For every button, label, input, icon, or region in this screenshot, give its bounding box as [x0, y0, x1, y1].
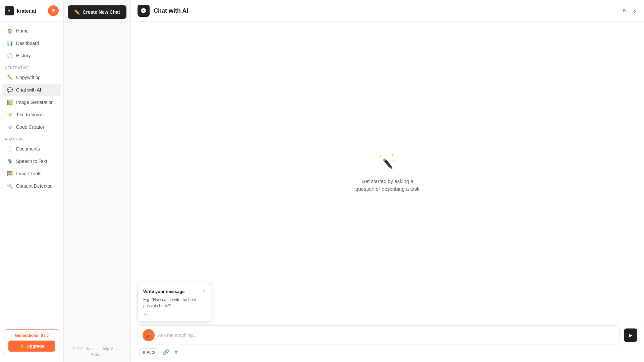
sidebar-item-label: Home: [16, 28, 29, 34]
sidebar-item-label: Image Generation: [16, 100, 54, 105]
sidebar-item-chat-with-ai[interactable]: 💬 Chat with AI: [2, 84, 61, 96]
generative-section-label: GENERATIVE: [0, 62, 63, 71]
documents-icon: 📄: [7, 146, 13, 152]
lock-icon: 🔒: [19, 344, 24, 349]
refresh-icon: ↻: [623, 8, 627, 14]
sidebar-item-label: History: [16, 53, 31, 58]
footer-copyright: © 2024 Krater.ai: [73, 347, 100, 351]
mic-button[interactable]: 🎤: [143, 329, 155, 341]
auto-mode-button[interactable]: Auto: [139, 348, 159, 356]
link-button[interactable]: 🔗: [161, 348, 171, 357]
empty-state-text: Get started by asking a question or desc…: [356, 178, 420, 193]
footer-links: © 2024 Krater.ai Help Status Policies: [68, 347, 126, 357]
create-chat-label: Create New Chat: [83, 9, 120, 15]
tooltip-popup: Write your message × E.g. "How can I wri…: [138, 283, 211, 322]
upgrade-button[interactable]: 🔒 Upgrade: [8, 341, 55, 352]
expand-icon: ›: [634, 7, 636, 15]
text-to-voice-icon: ⚡: [7, 112, 13, 118]
sidebar-item-label: Chat with AI: [16, 87, 41, 93]
tooltip-progress: 1/2: [143, 312, 206, 316]
history-icon: 🕐: [7, 53, 13, 59]
sidebar-item-speech-to-text[interactable]: 🎙️ Speech to Text: [2, 155, 61, 167]
sidebar-item-label: Text to Voice: [16, 112, 43, 117]
input-toolbar: Auto 🔗 #: [138, 348, 637, 357]
sidebar-item-label: Content Detector: [16, 183, 52, 189]
footer-help[interactable]: Help: [101, 347, 109, 351]
home-icon: 🏠: [7, 28, 13, 34]
hash-button[interactable]: #: [173, 348, 179, 357]
sidebar-item-label: Speech to Text: [16, 159, 47, 164]
generations-label: Generations: 0 / 5: [8, 333, 55, 338]
expand-button[interactable]: ›: [632, 6, 637, 16]
input-row: 🎤 ▶: [138, 325, 637, 345]
auto-label: Auto: [147, 350, 155, 355]
sidebar-item-dashboard[interactable]: 📊 Dashboard: [2, 37, 61, 49]
logo-text: krater.ai: [17, 8, 36, 14]
sidebar-item-label: Copywriting: [16, 75, 41, 80]
empty-text-line1: Get started by asking a: [362, 178, 413, 184]
sidebar-item-label: Dashboard: [16, 41, 39, 46]
chat-header-icon: 💬: [138, 5, 150, 17]
chat-input-wrapper: 🎤: [138, 325, 620, 345]
send-icon: ▶: [629, 333, 633, 338]
sidebar-item-home[interactable]: 🏠 Home: [2, 25, 61, 37]
link-icon: 🔗: [163, 349, 169, 355]
create-chat-button[interactable]: ✏️ Create New Chat: [68, 5, 126, 19]
chat-input[interactable]: [158, 333, 615, 338]
chat-title: Chat with AI: [154, 7, 188, 14]
sidebar-item-label: Code Creator: [16, 124, 44, 130]
content-detector-icon: 🔍: [7, 183, 13, 189]
empty-state: ✦ ✦ ✦ Get started by asking a question o…: [356, 150, 420, 193]
app-name: krater.ai: [17, 8, 36, 14]
chat-ai-icon: 💬: [7, 87, 13, 93]
sidebar-item-image-tools[interactable]: 🖼️ Image Tools: [2, 168, 61, 180]
sidebar-item-label: Image Tools: [16, 171, 41, 176]
chat-header: 💬 Chat with AI ↻ ›: [131, 0, 644, 22]
empty-text-line2: question or describing a task: [356, 186, 420, 192]
footer-policies[interactable]: Policies: [91, 353, 104, 357]
middle-panel: ✏️ Create New Chat © 2024 Krater.ai Help…: [64, 0, 131, 362]
sidebar: k krater.ai ⚙ 🏠 Home 📊 Dashboard 🕐 Histo…: [0, 0, 64, 362]
tooltip-header: Write your message ×: [143, 289, 206, 294]
chat-header-actions: ↻ ›: [621, 6, 637, 16]
copywriting-icon: ✏️: [7, 74, 13, 80]
mic-icon: 🎤: [146, 333, 152, 338]
tooltip-close-button[interactable]: ×: [203, 289, 206, 294]
sidebar-nav: 🏠 Home 📊 Dashboard 🕐 History GENERATIVE …: [0, 22, 63, 195]
svg-text:✦: ✦: [379, 155, 382, 158]
tooltip-title: Write your message: [143, 289, 184, 294]
svg-text:✦: ✦: [390, 153, 394, 158]
create-chat-icon: ✏️: [74, 9, 80, 15]
refresh-button[interactable]: ↻: [621, 6, 628, 15]
sidebar-item-documents[interactable]: 📄 Documents: [2, 143, 61, 155]
generations-box: Generations: 0 / 5 🔒 Upgrade: [4, 329, 59, 355]
tooltip-body: E.g. "How can I write the best possible …: [143, 297, 206, 309]
sidebar-bottom: Generations: 0 / 5 🔒 Upgrade: [0, 325, 63, 362]
sidebar-item-label: Documents: [16, 146, 40, 152]
image-gen-icon: 🖼️: [7, 99, 13, 105]
sidebar-item-code-creator[interactable]: ◇ Code Creator: [2, 121, 61, 133]
footer-status[interactable]: Status: [111, 347, 121, 351]
upgrade-label: Upgrade: [26, 344, 44, 349]
speech-to-text-icon: 🎙️: [7, 158, 13, 164]
sidebar-item-image-generation[interactable]: 🖼️ Image Generation: [2, 96, 61, 108]
sidebar-item-text-to-voice[interactable]: ⚡ Text to Voice: [2, 109, 61, 121]
sidebar-item-content-detector[interactable]: 🔍 Content Detector: [2, 180, 61, 192]
logo-icon: k: [5, 6, 14, 15]
adaptive-section-label: ADAPTIVE: [0, 133, 63, 142]
sidebar-item-history[interactable]: 🕐 History: [2, 50, 61, 62]
image-tools-icon: 🖼️: [7, 171, 13, 177]
auto-dot: [143, 351, 145, 354]
main-chat-area: 💬 Chat with AI ↻ ›: [131, 0, 644, 362]
code-creator-icon: ◇: [7, 124, 13, 130]
chat-body: ✦ ✦ ✦ Get started by asking a question o…: [131, 22, 644, 321]
sidebar-item-copywriting[interactable]: ✏️ Copywriting: [2, 71, 61, 83]
svg-text:✦: ✦: [392, 160, 395, 163]
hash-icon: #: [175, 349, 178, 355]
chat-input-area: Write your message × E.g. "How can I wri…: [131, 321, 644, 362]
dashboard-icon: 📊: [7, 40, 13, 46]
empty-state-icon: ✦ ✦ ✦: [376, 150, 399, 174]
settings-button[interactable]: ⚙: [48, 5, 59, 16]
logo-area: k krater.ai ⚙: [0, 0, 63, 22]
send-button[interactable]: ▶: [624, 328, 637, 342]
